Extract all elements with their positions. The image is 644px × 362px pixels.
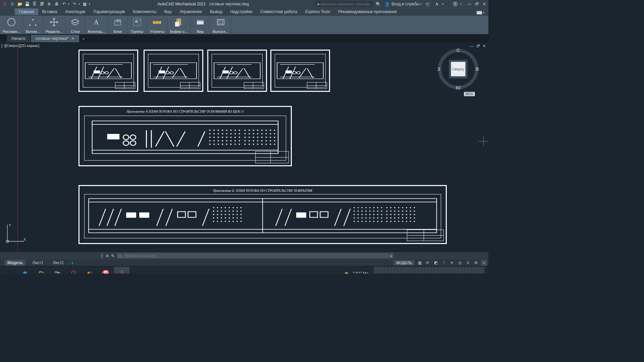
redo-icon[interactable]: ↷ xyxy=(71,1,77,7)
ribbon-tab-featured[interactable]: Рекомендованные приложения xyxy=(334,8,401,15)
viewport-label[interactable]: [−][Сверху][2D-каркас] xyxy=(1,44,39,48)
close-icon[interactable]: ✕ xyxy=(482,1,487,7)
taskbar-preview[interactable] xyxy=(374,267,484,274)
keyword-search[interactable]: ▶ xyxy=(316,1,373,7)
space-chip[interactable]: МОДЕЛЬ xyxy=(393,260,415,265)
cmd-drag-handle[interactable] xyxy=(101,253,103,258)
file-tab-start[interactable]: Начало xyxy=(7,35,30,42)
ribbon-tab-parametric[interactable]: Параметризация xyxy=(89,8,129,15)
taskbar-edge[interactable]: ◉ xyxy=(17,267,33,274)
taskbar-firefox[interactable]: ◐ xyxy=(82,267,97,274)
vp-close-icon[interactable]: ✕ xyxy=(482,44,486,48)
app-store-icon[interactable]: A xyxy=(434,1,440,7)
ribbon-tab-view[interactable]: Вид xyxy=(160,8,176,15)
refresh-icon[interactable]: ⟳ xyxy=(425,260,431,266)
start-button[interactable] xyxy=(1,267,17,274)
drawing-thumb-3[interactable] xyxy=(207,50,267,92)
layout2-tab[interactable]: Лист2 xyxy=(50,260,66,266)
restore-icon[interactable]: 🗗 xyxy=(474,1,480,7)
signin-button[interactable]: 👤 Вход в службы ▼ xyxy=(384,1,422,7)
ucs-icon[interactable]: X Y xyxy=(5,223,26,243)
panel-constr[interactable]: Вспом... xyxy=(23,15,43,34)
osnap-icon[interactable]: ◎ xyxy=(457,260,463,266)
undo-caret-icon[interactable]: ▼ xyxy=(67,3,70,6)
panel-layers[interactable]: Слои xyxy=(66,15,85,34)
command-input[interactable] xyxy=(124,253,386,258)
ribbon-tab-home[interactable]: Главная xyxy=(15,8,38,15)
undo-icon[interactable]: ↶ xyxy=(61,1,67,7)
publish-icon[interactable]: 🗎 xyxy=(46,1,52,7)
store-caret-icon[interactable]: ▼ xyxy=(441,3,444,6)
drawing-canvas[interactable]: [−][Сверху][2D-каркас] — 🗗 ✕ xyxy=(0,42,488,252)
ribbon-tab-output[interactable]: Вывод xyxy=(206,8,226,15)
open-folder-icon[interactable]: 🗐 xyxy=(39,1,45,7)
viewcube-east[interactable]: В xyxy=(476,66,479,72)
weather-icon[interactable]: ⛅ xyxy=(344,271,349,274)
status-menu-icon[interactable]: ≡ xyxy=(481,260,487,266)
layout1-tab[interactable]: Лист1 xyxy=(30,260,46,266)
ortho-icon[interactable]: └ xyxy=(441,260,447,266)
wcs-tag[interactable]: МСК xyxy=(464,92,475,96)
save-icon[interactable]: 💾 xyxy=(24,1,30,7)
panel-groups[interactable]: Группы xyxy=(127,15,147,34)
cart-icon[interactable]: 🛒 xyxy=(425,1,431,7)
drawing-thumb-4[interactable] xyxy=(270,50,330,92)
redo-caret-icon[interactable]: ▼ xyxy=(78,3,80,6)
command-input-box[interactable]: >_ xyxy=(117,253,388,258)
viewcube[interactable]: Сверху С Ю В З xyxy=(438,49,478,89)
search-input[interactable] xyxy=(320,2,371,6)
ribbon-tab-addins[interactable]: Надстройки xyxy=(226,8,256,15)
ribbon-tab-collab[interactable]: Совместная работа xyxy=(256,8,301,15)
tab-close-icon[interactable]: ✕ xyxy=(71,36,74,41)
viewcube-south[interactable]: Ю xyxy=(456,85,461,90)
saveall-icon[interactable]: 🗄 xyxy=(32,1,38,7)
vp-restore-icon[interactable]: 🗗 xyxy=(476,44,480,48)
ribbon-tab-express[interactable]: Express Tools xyxy=(301,8,334,15)
panel-utilities[interactable]: Утилиты xyxy=(147,15,167,34)
ribbon-tab-annotate[interactable]: Аннотации xyxy=(61,8,89,15)
panel-block[interactable]: Блок xyxy=(108,15,127,34)
taskbar-autocad[interactable]: A xyxy=(114,267,129,274)
vp-minimize-icon[interactable]: — xyxy=(470,44,474,48)
model-tab[interactable]: Модель xyxy=(5,260,25,266)
gear-icon[interactable]: ⚙ xyxy=(473,260,479,266)
viewcube-west[interactable]: З xyxy=(437,66,440,72)
snap-icon[interactable]: ◩ xyxy=(433,260,439,266)
layout-add[interactable]: ＋ xyxy=(70,260,74,266)
new-icon[interactable]: 🗋 xyxy=(9,1,15,7)
open-icon[interactable]: 📂 xyxy=(17,1,23,7)
panel-view[interactable]: Вид xyxy=(191,15,210,34)
taskbar-yandex[interactable]: Я xyxy=(98,267,113,274)
taskbar-store[interactable]: 🛍 xyxy=(50,267,65,274)
app-logo[interactable]: A xyxy=(1,1,7,7)
search-icon[interactable]: 🔍 xyxy=(375,1,381,7)
polar-icon[interactable]: ✶ xyxy=(449,260,455,266)
minimize-icon[interactable]: — xyxy=(467,1,472,7)
file-tab-add[interactable]: ＋ xyxy=(80,36,87,42)
annoscale-icon[interactable]: Ａ xyxy=(465,260,471,266)
ribbon-tab-insert[interactable]: Вставка xyxy=(38,8,61,15)
panel-edit[interactable]: Редакти... xyxy=(43,15,66,34)
ribbon-tab-manage[interactable]: Управление xyxy=(175,8,206,15)
drawing-plan-b[interactable]: Приложение Б. ПЛАН ПОТОКА ПО СТРОИТЕЛЬСТ… xyxy=(78,185,447,244)
taskbar-opera[interactable]: О xyxy=(66,267,81,274)
panel-draw[interactable]: Рисован... xyxy=(0,15,23,34)
cmd-history-icon[interactable]: ▲ xyxy=(389,253,393,258)
ribbon-flyout[interactable]: ▼ xyxy=(473,10,488,15)
cmd-config-icon[interactable]: ✎ xyxy=(111,253,115,258)
help-icon[interactable]: ? xyxy=(452,1,458,7)
print-icon[interactable]: 🖶 xyxy=(54,1,60,7)
viewcube-face[interactable]: Сверху xyxy=(451,62,466,76)
cmd-close-icon[interactable]: ✕ xyxy=(105,253,109,258)
file-tab-active[interactable]: готовые чертежи* ✕ xyxy=(31,35,79,42)
panel-clipboard[interactable]: Буфер о... xyxy=(167,15,191,34)
drawing-thumb-1[interactable] xyxy=(78,50,138,92)
help-caret-icon[interactable]: ▼ xyxy=(460,3,462,6)
viewcube-north[interactable]: С xyxy=(457,48,460,53)
qat-caret-icon[interactable]: ▼ xyxy=(88,3,91,6)
weather-text[interactable]: 12°C Mo xyxy=(353,271,368,274)
panel-leaders[interactable]: Выноск... xyxy=(210,15,231,34)
drawing-plan-a[interactable]: Приложение А ПЛАН ПОТОКА ПО СТРОИТЕЛЬСТВ… xyxy=(78,106,292,166)
taskbar-explorer[interactable]: 🗀 xyxy=(34,267,49,274)
drawing-thumb-2[interactable] xyxy=(144,50,203,92)
